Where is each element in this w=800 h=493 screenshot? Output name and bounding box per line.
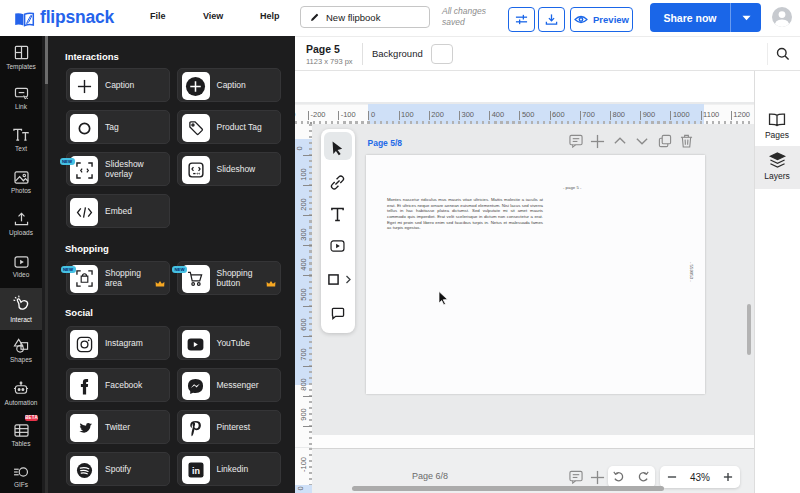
svg-text:in: in (192, 466, 200, 476)
